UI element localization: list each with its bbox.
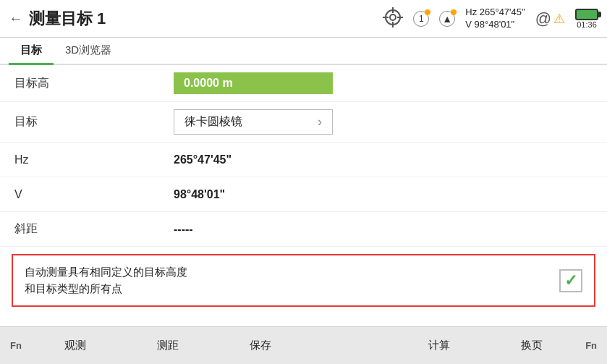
checkbox-visual[interactable]: ✓ [559,269,582,292]
label-slope-dist: 斜距 [14,221,174,237]
header: ← 测量目标 1 1 ▲ Hz 265°47'45" V [0,0,607,38]
header-left: ← 测量目标 1 [9,8,106,30]
auto-measure-checkbox-row[interactable]: 自动测量具有相同定义的目标高度 和目标类型的所有点 ✓ [12,254,595,307]
coordinates-display: Hz 265°47'45" V 98°48'01" [465,7,525,31]
value-v: 98°48'01" [174,188,225,201]
fn-left[interactable]: Fn [3,340,29,351]
next-page-button[interactable]: 换页 [485,333,578,358]
time-display: 01:36 [577,20,597,29]
warning-icon: ⚠ [553,11,565,27]
field-row-slope-dist: 斜距 ----- [0,212,607,247]
back-button[interactable]: ← [9,10,23,27]
field-row-hz: Hz 265°47'45" [0,143,607,177]
value-target[interactable]: 徕卡圆棱镜 › [174,109,333,135]
label-hz: Hz [14,153,174,166]
value-hz: 265°47'45" [174,153,232,166]
field-row-target: 目标 徕卡圆棱镜 › [0,102,607,143]
chevron-right-icon: › [318,114,322,130]
value-target-height[interactable]: 0.0000 m [174,72,333,94]
measure-dist-button[interactable]: 测距 [122,333,214,358]
battery-icon [575,9,598,20]
tab-bar: 目标 3D浏览器 [0,38,607,65]
observe-button[interactable]: 观测 [29,333,122,358]
auto-measure-text: 自动测量具有相同定义的目标高度 和目标类型的所有点 [25,264,548,297]
tab-target[interactable]: 目标 [9,38,54,65]
crosshair-icon [383,7,403,30]
calculate-button[interactable]: 计算 [393,333,485,358]
label-v: V [14,188,174,201]
footer: Fn 观测 测距 保存 计算 换页 Fn [0,326,607,364]
prism-icon: ▲ [439,11,455,27]
badge-number-1: 1 [413,11,429,27]
v-coord: V 98°48'01" [465,19,525,31]
hz-coord: Hz 265°47'45" [465,7,525,19]
at-warning-block: @ ⚠ [535,9,565,28]
tab-3d-viewer[interactable]: 3D浏览器 [54,38,123,65]
checkmark-icon: ✓ [564,271,577,290]
fn-right[interactable]: Fn [578,340,604,351]
svg-point-1 [390,14,396,20]
label-target: 目标 [14,114,174,130]
orange-dot [425,9,430,15]
label-target-height: 目标高 [14,76,174,91]
field-row-v: V 98°48'01" [0,177,607,212]
at-icon: @ [535,9,551,28]
save-button[interactable]: 保存 [214,333,307,358]
orange-dot-2 [451,9,457,15]
field-row-target-height: 目标高 0.0000 m [0,65,607,102]
value-slope-dist: ----- [174,223,193,236]
page-title: 测量目标 1 [29,8,106,30]
battery-time-block: 01:36 [575,9,598,29]
main-content: 目标高 0.0000 m 目标 徕卡圆棱镜 › Hz 265°47'45" V … [0,65,607,326]
header-right: 1 ▲ Hz 265°47'45" V 98°48'01" @ ⚠ 01:36 [383,7,598,31]
